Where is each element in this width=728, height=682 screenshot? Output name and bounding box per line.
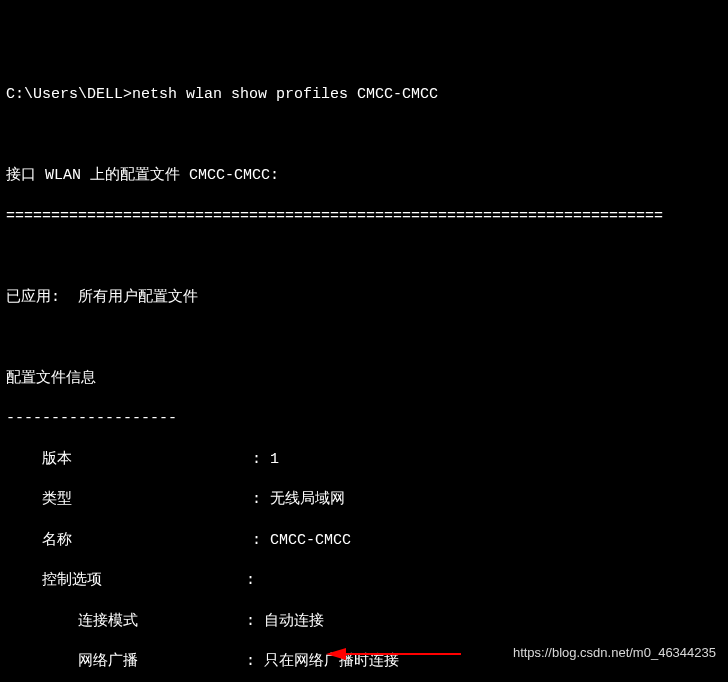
interface-header: 接口 WLAN 上的配置文件 CMCC-CMCC: — [6, 166, 722, 186]
broadcast-label: 网络广播 — [78, 653, 138, 670]
blank-line — [6, 328, 722, 348]
version-value: 1 — [270, 451, 279, 468]
ctrl-row: 控制选项 : — [6, 571, 722, 591]
divider-line: ========================================… — [6, 207, 722, 227]
svg-marker-1 — [326, 648, 346, 660]
command-prompt: C:\Users\DELL>netsh wlan show profiles C… — [6, 85, 722, 105]
applied-label: 已应用: 所有用户配置文件 — [6, 288, 722, 308]
ctrl-label: 控制选项 — [42, 572, 102, 589]
blank-line — [6, 247, 722, 267]
watermark-text: https://blog.csdn.net/m0_46344235 — [513, 644, 716, 662]
conn-mode-value: 自动连接 — [264, 613, 324, 630]
name-value: CMCC-CMCC — [270, 532, 351, 549]
conn-mode-row: 连接模式 : 自动连接 — [6, 612, 722, 632]
profile-info-dash: ------------------- — [6, 409, 722, 429]
version-label: 版本 — [42, 451, 72, 468]
type-label: 类型 — [42, 491, 72, 508]
type-row: 类型 : 无线局域网 — [6, 490, 722, 510]
version-row: 版本 : 1 — [6, 450, 722, 470]
blank-line — [6, 126, 722, 146]
profile-info-title: 配置文件信息 — [6, 369, 722, 389]
name-row: 名称 : CMCC-CMCC — [6, 531, 722, 551]
name-label: 名称 — [42, 532, 72, 549]
type-value: 无线局域网 — [270, 491, 345, 508]
conn-mode-label: 连接模式 — [78, 613, 138, 630]
arrow-icon — [326, 644, 466, 664]
